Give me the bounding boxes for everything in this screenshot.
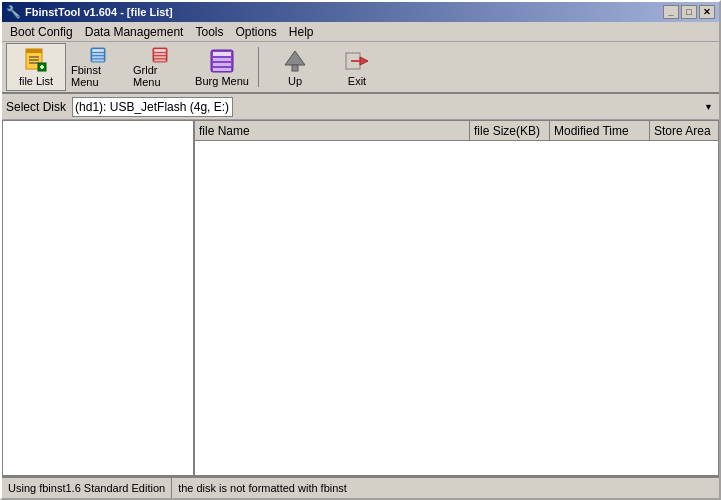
menu-tools[interactable]: Tools: [189, 23, 229, 41]
maximize-button[interactable]: □: [681, 5, 697, 19]
menu-boot-config[interactable]: Boot Config: [4, 23, 79, 41]
svg-rect-22: [213, 68, 231, 71]
title-bar: 🔧 FbinstTool v1.604 - [file List] _ □ ✕: [2, 2, 719, 22]
close-button[interactable]: ✕: [699, 5, 715, 19]
exit-icon: [343, 47, 371, 75]
toolbar-burg-menu[interactable]: Burg Menu: [192, 43, 252, 91]
file-list-body: [195, 141, 718, 475]
svg-marker-23: [285, 51, 305, 65]
status-right: the disk is not formatted with fbinst: [172, 478, 353, 498]
svg-rect-12: [92, 60, 104, 62]
svg-rect-19: [213, 52, 231, 56]
svg-rect-9: [92, 49, 104, 52]
toolbar: file List Fbinst Menu Grldr Menu: [2, 42, 719, 94]
up-icon: [281, 47, 309, 75]
disk-select-wrapper: (hd1): USB_JetFlash (4g, E:): [72, 97, 715, 117]
toolbar-exit[interactable]: Exit: [327, 43, 387, 91]
svg-rect-24: [292, 65, 298, 71]
window-title: FbinstTool v1.604 - [file List]: [25, 6, 173, 18]
grldr-menu-icon: [146, 46, 174, 64]
grldr-menu-label: Grldr Menu: [133, 64, 187, 88]
fbinst-menu-label: Fbinst Menu: [71, 64, 125, 88]
svg-rect-14: [154, 49, 166, 52]
toolbar-file-list[interactable]: file List: [6, 43, 66, 91]
svg-rect-1: [26, 49, 42, 53]
select-disk-label: Select Disk: [6, 100, 66, 114]
col-header-file-size: file Size(KB): [470, 121, 550, 141]
svg-rect-15: [154, 53, 166, 55]
status-left: Using fbinst1.6 Standard Edition: [2, 478, 172, 498]
file-list-icon: [22, 47, 50, 75]
status-bar: Using fbinst1.6 Standard Edition the dis…: [2, 476, 719, 498]
toolbar-separator: [258, 47, 259, 87]
menu-options[interactable]: Options: [229, 23, 282, 41]
toolbar-grldr-menu[interactable]: Grldr Menu: [130, 43, 190, 91]
main-window: 🔧 FbinstTool v1.604 - [file List] _ □ ✕ …: [0, 0, 721, 500]
select-disk-row: Select Disk (hd1): USB_JetFlash (4g, E:): [2, 94, 719, 120]
exit-label: Exit: [348, 75, 366, 87]
svg-rect-20: [213, 58, 231, 61]
col-header-file-name: file Name: [195, 121, 470, 141]
burg-menu-label: Burg Menu: [195, 75, 249, 87]
svg-marker-26: [360, 57, 368, 65]
toolbar-fbinst-menu[interactable]: Fbinst Menu: [68, 43, 128, 91]
title-bar-controls: _ □ ✕: [663, 5, 715, 19]
menu-data-management[interactable]: Data Management: [79, 23, 190, 41]
minimize-button[interactable]: _: [663, 5, 679, 19]
svg-rect-11: [92, 56, 104, 58]
svg-rect-16: [154, 56, 166, 58]
disk-select[interactable]: (hd1): USB_JetFlash (4g, E:): [72, 97, 233, 117]
file-list-header: file Name file Size(KB) Modified Time St…: [195, 121, 718, 141]
svg-rect-10: [92, 53, 104, 55]
toolbar-up[interactable]: Up: [265, 43, 325, 91]
main-area: file Name file Size(KB) Modified Time St…: [2, 120, 719, 476]
col-header-modified-time: Modified Time: [550, 121, 650, 141]
svg-rect-21: [213, 63, 231, 66]
menu-bar: Boot Config Data Management Tools Option…: [2, 22, 719, 42]
title-icon: 🔧: [6, 5, 21, 19]
burg-menu-icon: [208, 47, 236, 75]
right-panel: file Name file Size(KB) Modified Time St…: [195, 121, 718, 475]
up-label: Up: [288, 75, 302, 87]
col-header-store-area: Store Area: [650, 121, 718, 141]
svg-rect-17: [154, 60, 166, 62]
left-panel: [3, 121, 195, 475]
menu-help[interactable]: Help: [283, 23, 320, 41]
title-bar-text: 🔧 FbinstTool v1.604 - [file List]: [6, 5, 173, 19]
file-list-label: file List: [19, 75, 53, 87]
fbinst-menu-icon: [84, 46, 112, 64]
